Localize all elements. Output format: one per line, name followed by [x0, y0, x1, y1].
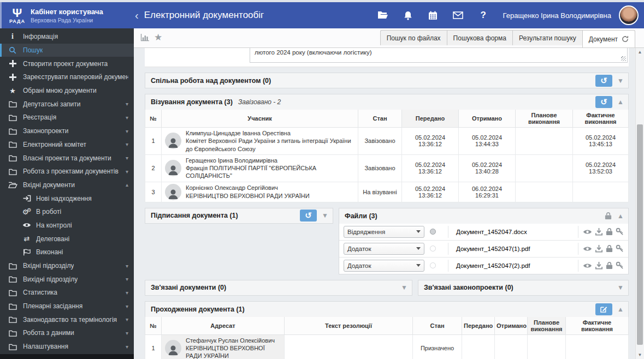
col-received: Отримано	[459, 110, 516, 128]
user-name[interactable]: Геращенко Ірина Володимирівна	[503, 11, 611, 20]
key-icon[interactable]	[616, 244, 624, 253]
tab-search-form[interactable]: Пошукова форма	[447, 30, 512, 45]
bar-chart-icon[interactable]	[140, 34, 150, 41]
download-icon[interactable]	[595, 244, 603, 253]
sidebar-item-new-arrivals[interactable]: Нові надходження	[0, 192, 134, 205]
sidebar-item-bills[interactable]: Законопроекти ▾	[0, 124, 134, 138]
history-button[interactable]: ↺	[300, 210, 317, 222]
vertical-scrollbar[interactable]: ▲ ▼	[635, 48, 644, 359]
chevron-down-icon[interactable]: ▼	[617, 284, 624, 291]
refresh-icon[interactable]	[622, 35, 629, 43]
sidebar-item-delegated[interactable]: ⇄ Делеговані	[0, 232, 134, 246]
file-radio[interactable]	[430, 262, 436, 268]
sidebar-item-deputy-requests[interactable]: Депутатські запити ▾	[0, 97, 134, 111]
tab-search-results[interactable]: Результати пошуку	[512, 30, 582, 45]
history-button[interactable]: ↺	[595, 75, 612, 87]
brand-block[interactable]: Ψ РАДА Кабінет користувача Верховна Рада…	[0, 2, 134, 28]
file-type-select[interactable]: Відрядження	[344, 226, 424, 238]
resize-handle[interactable]	[621, 56, 626, 61]
sidebar-item-registration[interactable]: Реєстрація ▾	[0, 111, 134, 124]
person-name: Стефанчук Руслан Олексійович	[186, 337, 275, 344]
section-vising: Візування документа (3) Завізовано - 2 ↺…	[145, 94, 629, 202]
tab-document[interactable]: Документ	[582, 30, 635, 47]
chevron-up-icon[interactable]: ▲	[617, 98, 624, 106]
key-icon[interactable]	[616, 228, 624, 236]
cell-received: 06.02.2024 16:29:31	[459, 182, 516, 202]
file-name[interactable]: Документ_1452047.docx	[448, 226, 578, 238]
history-button[interactable]: ↺	[595, 96, 612, 108]
sidebar-item-info[interactable]: i Інформація	[0, 30, 134, 44]
eye-icon[interactable]	[583, 229, 592, 235]
vertical-scroll-thumb[interactable]	[637, 124, 643, 345]
logo-text: РАДА	[9, 19, 25, 24]
sidebar-item-project-work[interactable]: Робота з проектами документів ▾	[0, 165, 134, 178]
sidebar-item-create-project[interactable]: Створити проект документа	[0, 57, 134, 70]
sidebar-item-plenary[interactable]: Пленарні засідання ▾	[0, 300, 134, 313]
chevron-up-icon[interactable]: ▲	[617, 306, 624, 313]
sidebar-item-search[interactable]: Пошук	[0, 44, 134, 57]
open-folder-icon[interactable]	[377, 10, 388, 20]
chevron-down-icon[interactable]: ▼	[401, 284, 407, 291]
tab-file-search[interactable]: Пошук по файлах	[380, 30, 447, 45]
star-icon[interactable]: ★	[154, 32, 162, 43]
sidebar-item-outgoing-dept[interactable]: Вихідні підрозділу ▾	[0, 272, 134, 286]
sidebar-item-legislation[interactable]: Законодавство та термінологія ▾	[0, 313, 134, 326]
table-row[interactable]: 2 Геращенко Ірина Володимирівна Фракція …	[145, 154, 629, 182]
sidebar-item-on-control[interactable]: На контролі	[0, 219, 134, 232]
file-type-select[interactable]: Додаток	[344, 260, 424, 272]
lock-icon[interactable]	[606, 261, 613, 270]
file-name[interactable]: Документ_1452047(1).pdf	[448, 243, 578, 255]
sidebar-item-in-progress[interactable]: ⚙⚙ В роботі	[0, 205, 134, 219]
chevron-up-icon[interactable]: ▲	[617, 212, 624, 220]
help-icon[interactable]: ?	[478, 10, 489, 20]
download-icon[interactable]	[595, 261, 603, 270]
scroll-up-arrow[interactable]: ▲	[636, 48, 644, 56]
cell-sent: 05.02.2024 13:36:12	[402, 128, 459, 155]
sidebar-item-incoming-dept[interactable]: Вхідні підрозділу ▾	[0, 259, 134, 273]
table-row[interactable]: 3 Корнієнко Олександр Сергійович КЕРІВНИ…	[145, 182, 629, 202]
sidebar-item-incoming-docs[interactable]: Вхідні документи ▴	[0, 178, 134, 192]
file-name[interactable]: Документ_1452047(2).pdf	[448, 260, 578, 272]
sidebar-item-register-paper[interactable]: Зареєструвати паперовий документ	[0, 70, 134, 84]
chevron-down-icon[interactable]: ▼	[617, 77, 624, 85]
calendar-icon[interactable]	[428, 10, 439, 20]
sidebar-item-completed[interactable]: Виконані	[0, 246, 134, 259]
col-planned: Планове виконання	[516, 110, 573, 128]
sidebar-item-statistics[interactable]: Статистика ▾	[0, 286, 134, 300]
sidebar-item-e-committee[interactable]: Електронний комітет ▾	[0, 138, 134, 152]
lock-icon[interactable]	[606, 228, 613, 236]
content-area: ★ Пошук по файлах Пошукова форма Результ…	[134, 28, 644, 359]
section-linked-documents: Зв'язані документи (0) ▼	[145, 280, 412, 296]
back-chevron-icon[interactable]: ‹	[135, 9, 139, 22]
edit-button[interactable]	[595, 303, 612, 315]
col-num: №	[145, 110, 162, 128]
user-avatar[interactable]	[619, 5, 639, 25]
chevron-up-icon: ▴	[126, 182, 128, 188]
bell-icon[interactable]	[403, 10, 413, 20]
envelope-icon[interactable]	[453, 10, 464, 20]
cell-status: Призначено	[413, 334, 462, 359]
folder-icon	[8, 315, 17, 324]
chevron-down-icon[interactable]: ▼	[322, 212, 328, 219]
lock-icon[interactable]	[604, 212, 612, 220]
key-icon[interactable]	[616, 261, 624, 270]
eye-icon[interactable]	[583, 246, 592, 252]
eye-icon[interactable]	[583, 262, 592, 269]
sidebar-item-favorites[interactable]: ★ Обрані мною документи	[0, 84, 134, 98]
cell-planned	[516, 154, 573, 182]
sidebar-item-settings[interactable]: Налаштування ▾	[0, 340, 134, 354]
scroll-down-arrow[interactable]: ▼	[636, 351, 644, 359]
lock-icon[interactable]	[606, 244, 613, 253]
document-summary-textarea[interactable]: лютого 2024 року (включаючи логістику)	[250, 48, 628, 63]
app-subtitle: Верховна Рада України	[31, 17, 103, 23]
flag-icon	[22, 248, 32, 256]
file-radio[interactable]	[430, 229, 436, 235]
sidebar-item-data-work[interactable]: Робота з даними ▾	[0, 326, 134, 340]
sidebar-item-own-projects[interactable]: Власні проекти та документи ▾	[0, 151, 134, 165]
table-row[interactable]: 1 Климпуш-Цинцадзе Іванна Орестівна Комі…	[145, 128, 629, 155]
file-radio[interactable]	[430, 246, 436, 252]
file-type-select[interactable]: Додаток	[344, 243, 424, 255]
table-row[interactable]: 1 Стефанчук Руслан Олексійович КЕРІВНИЦТ…	[145, 334, 629, 359]
download-icon[interactable]	[595, 228, 603, 236]
vising-table: № Учасник Стан Передано Отримано Планове…	[145, 110, 629, 202]
